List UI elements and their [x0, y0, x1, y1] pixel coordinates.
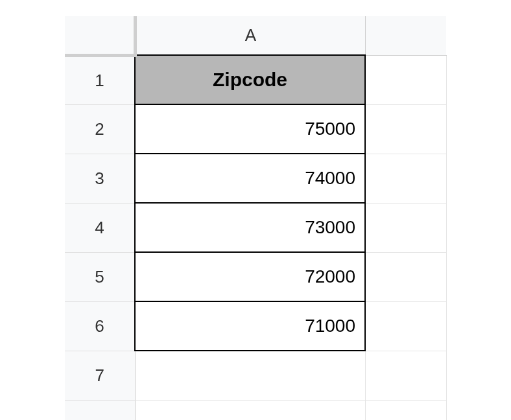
row-header-4[interactable]: 4	[65, 203, 135, 252]
cell-b4[interactable]	[365, 203, 446, 252]
row-header-2[interactable]: 2	[65, 104, 135, 154]
row-header-5[interactable]: 5	[65, 252, 135, 301]
cell-a2[interactable]: 75000	[135, 104, 365, 154]
row-header-8[interactable]	[65, 400, 135, 420]
column-header-a[interactable]: A	[135, 16, 365, 55]
cell-a1[interactable]: Zipcode	[135, 55, 365, 104]
row-header-7[interactable]: 7	[65, 351, 135, 400]
row-header-3[interactable]: 3	[65, 154, 135, 203]
row-header-1[interactable]: 1	[65, 55, 135, 104]
column-header-row: A	[65, 16, 446, 55]
cell-b6[interactable]	[365, 301, 446, 351]
cell-a5[interactable]: 72000	[135, 252, 365, 301]
cell-a4[interactable]: 73000	[135, 203, 365, 252]
select-all-corner[interactable]	[65, 16, 135, 55]
cell-a6[interactable]: 71000	[135, 301, 365, 351]
cell-a7[interactable]	[135, 351, 365, 400]
cell-b5[interactable]	[365, 252, 446, 301]
row-header-6[interactable]: 6	[65, 301, 135, 351]
cell-b8[interactable]	[365, 400, 446, 420]
spreadsheet-grid[interactable]: A 1 Zipcode 2 75000 3 74000 4 73000 5 72…	[65, 16, 447, 420]
cell-b2[interactable]	[365, 104, 446, 154]
cell-b1[interactable]	[365, 55, 446, 104]
cell-a3[interactable]: 74000	[135, 154, 365, 203]
cell-b3[interactable]	[365, 154, 446, 203]
cell-a8[interactable]	[135, 400, 365, 420]
column-header-b[interactable]	[365, 16, 446, 55]
cell-b7[interactable]	[365, 351, 446, 400]
